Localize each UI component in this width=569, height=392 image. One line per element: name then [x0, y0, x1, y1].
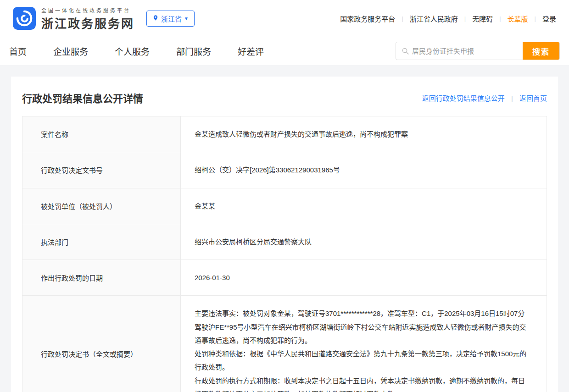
nav-item-home[interactable]: 首页 — [9, 45, 27, 57]
search-button[interactable]: 搜索 — [523, 42, 559, 60]
nav-item-personal-services[interactable]: 个人服务 — [115, 45, 150, 57]
row-value-enforcement-department: 绍兴市公安局柯桥区分局交通警察大队 — [181, 224, 547, 259]
platform-tagline: 全国一体化在线政务服务平台 — [41, 8, 131, 13]
row-label-enforcement-department: 执法部门 — [22, 224, 181, 259]
penalty-detail-table: 案件名称 金某造成致人轻微伤或者财产损失的交通事故后逃逸，尚不构成犯罪案 行政处… — [22, 116, 547, 392]
divider: | — [464, 15, 466, 22]
header-links: 国家政务服务平台 | 浙江省人民政府 | 无障碍 | 长辈版 | 登录 — [340, 14, 556, 23]
location-pin-icon — [152, 15, 159, 22]
link-accessibility[interactable]: 无障碍 — [472, 14, 493, 23]
site-logo-icon — [13, 7, 36, 30]
row-label-penalized-party: 被处罚单位（被处罚人） — [22, 188, 181, 224]
table-row: 作出行政处罚的日期 2026-01-30 — [22, 260, 547, 296]
nav-item-rating[interactable]: 好差评 — [238, 45, 264, 57]
row-label-decision-document: 行政处罚决定书（全文或摘要） — [22, 296, 181, 392]
table-row: 执法部门 绍兴市公安局柯桥区分局交通警察大队 — [22, 224, 547, 259]
table-row: 行政处罚决定书（全文或摘要） 主要违法事实：被处罚对象金某，驾驶证号3701**… — [22, 296, 547, 392]
main-nav: 首页 企业服务 个人服务 部门服务 好差评 搜索 — [0, 37, 569, 65]
divider: | — [499, 15, 501, 22]
search-box: 搜索 — [396, 42, 560, 60]
region-selector-label: 浙江省 — [161, 14, 182, 23]
row-label-penalty-date: 作出行政处罚的日期 — [22, 260, 181, 296]
search-input[interactable] — [412, 42, 523, 60]
table-row: 被处罚单位（被处罚人） 金某某 — [22, 188, 547, 224]
divider: | — [402, 15, 403, 22]
main-content: 行政处罚结果信息公开详情 返回行政处罚结果信息公开 | 返回首页 案件名称 金某… — [0, 65, 569, 392]
divider: | — [535, 15, 536, 22]
chevron-down-icon: ▼ — [184, 16, 189, 21]
site-logo[interactable]: 全国一体化在线政务服务平台 浙江政务服务网 — [13, 6, 134, 31]
nav-item-enterprise-services[interactable]: 企业服务 — [53, 45, 88, 57]
region-selector[interactable]: 浙江省 ▼ — [146, 11, 195, 27]
page-title: 行政处罚结果信息公开详情 — [22, 90, 143, 105]
back-links: 返回行政处罚结果信息公开 | 返回首页 — [422, 93, 547, 103]
row-value-penalized-party: 金某某 — [181, 188, 547, 224]
row-value-case-name: 金某造成致人轻微伤或者财产损失的交通事故后逃逸，尚不构成犯罪案 — [181, 116, 547, 152]
link-login[interactable]: 登录 — [542, 14, 556, 23]
site-name: 浙江政务服务网 — [41, 14, 134, 31]
row-value-document-number: 绍柯公（交）决字[2026]第330621290031965号 — [181, 152, 547, 188]
link-elder-version[interactable]: 长辈版 — [508, 14, 528, 23]
nav-item-department-services[interactable]: 部门服务 — [176, 45, 211, 57]
row-value-decision-document: 主要违法事实：被处罚对象金某，驾驶证号3701************28，准驾… — [181, 296, 547, 392]
link-provincial-government[interactable]: 浙江省人民政府 — [410, 14, 458, 23]
search-icon — [396, 42, 412, 60]
table-row: 案件名称 金某造成致人轻微伤或者财产损失的交通事故后逃逸，尚不构成犯罪案 — [22, 116, 547, 152]
divider: | — [511, 94, 513, 102]
link-national-platform[interactable]: 国家政务服务平台 — [340, 14, 395, 23]
site-header: 全国一体化在线政务服务平台 浙江政务服务网 浙江省 ▼ 国家政务服务平台 | 浙… — [0, 0, 569, 37]
table-row: 行政处罚决定文书号 绍柯公（交）决字[2026]第330621290031965… — [22, 152, 547, 188]
row-value-penalty-date: 2026-01-30 — [181, 260, 547, 296]
back-to-home-link[interactable]: 返回首页 — [519, 94, 547, 102]
back-to-list-link[interactable]: 返回行政处罚结果信息公开 — [422, 94, 505, 102]
detail-card: 行政处罚结果信息公开详情 返回行政处罚结果信息公开 | 返回首页 案件名称 金某… — [11, 77, 558, 392]
row-label-document-number: 行政处罚决定文书号 — [22, 152, 181, 188]
row-label-case-name: 案件名称 — [22, 116, 181, 152]
